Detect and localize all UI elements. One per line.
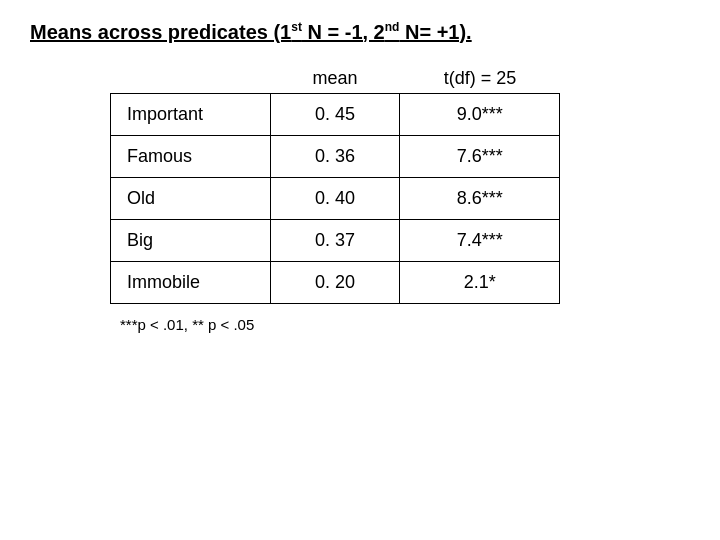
footnote: ***p < .01, ** p < .05 [120, 316, 690, 333]
tdf-cell: 8.6*** [400, 177, 560, 219]
table-row: Immobile0. 202.1* [111, 261, 560, 303]
mean-cell: 0. 20 [270, 261, 400, 303]
table-row: Famous0. 367.6*** [111, 135, 560, 177]
predicate-cell: Big [111, 219, 271, 261]
data-table: Important0. 459.0***Famous0. 367.6***Old… [110, 93, 560, 304]
table-row: Old0. 408.6*** [111, 177, 560, 219]
tdf-cell: 7.4*** [400, 219, 560, 261]
predicate-cell: Old [111, 177, 271, 219]
column-headers: mean t(df) = 25 [270, 68, 690, 89]
table-row: Important0. 459.0*** [111, 93, 560, 135]
main-content: mean t(df) = 25 Important0. 459.0***Famo… [110, 68, 690, 333]
tdf-cell: 7.6*** [400, 135, 560, 177]
mean-cell: 0. 37 [270, 219, 400, 261]
title-text: Means across predicates (1st N = -1, 2nd… [30, 21, 472, 43]
header-mean: mean [270, 68, 400, 89]
tdf-cell: 2.1* [400, 261, 560, 303]
predicate-cell: Immobile [111, 261, 271, 303]
header-tdf: t(df) = 25 [400, 68, 560, 89]
table-row: Big0. 377.4*** [111, 219, 560, 261]
mean-cell: 0. 45 [270, 93, 400, 135]
predicate-cell: Important [111, 93, 271, 135]
mean-cell: 0. 40 [270, 177, 400, 219]
page-title: Means across predicates (1st N = -1, 2nd… [30, 20, 690, 44]
mean-cell: 0. 36 [270, 135, 400, 177]
tdf-cell: 9.0*** [400, 93, 560, 135]
predicate-cell: Famous [111, 135, 271, 177]
